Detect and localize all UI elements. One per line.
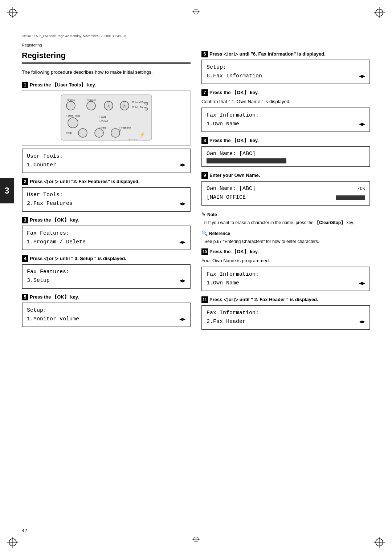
step-10-label: 10 Press the 【OK】 key.	[201, 248, 370, 255]
device-image: Option Cancel ◁ ▷ 🗒 Load Paper	[22, 90, 191, 146]
step-9: 9 Enter your Own Name. Own Name: [ABC] /…	[201, 172, 370, 206]
svg-text:Help: Help	[66, 131, 72, 134]
reference-text: See p.67 "Entering Characters" for how t…	[204, 239, 319, 244]
corner-mark-tr	[374, 7, 385, 18]
step-2: 2 Press ◁ or ▷ until "2. Fax Features" i…	[22, 178, 191, 212]
step-10-num: 10	[201, 248, 208, 255]
step-7-subtext: Confirm that " 1. Own Name " is displaye…	[201, 98, 370, 105]
chapter-number: 3	[4, 186, 9, 196]
step-9-label: 9 Enter your Own Name.	[201, 172, 370, 179]
lcd-step-8: Own Name: [ABC]	[201, 146, 370, 167]
note-header: ✎ Note	[201, 211, 370, 218]
step-11-label: 11 Press ◁ or ▷ until " 2. Fax Header " …	[201, 296, 370, 303]
step-7-text: Press the 【OK】 key.	[209, 89, 370, 96]
svg-text:○ Detail: ○ Detail	[99, 120, 108, 122]
step-4: 4 Press ◁ or ▷ until " 3. Setup " is dis…	[22, 255, 191, 289]
step-6-num: 6	[201, 51, 208, 57]
step-8: 8 Press the 【OK】 key. Own Name: [ABC]	[201, 137, 370, 167]
corner-mark-bl	[7, 537, 18, 548]
svg-point-18	[66, 101, 75, 110]
step-10-text: Press the 【OK】 key.	[209, 248, 370, 255]
svg-point-38	[111, 129, 120, 137]
lcd-arrow-icon: ◀▶	[179, 161, 185, 169]
step-5: 5 Press the 【OK】 key. Setup: 1.Monitor V…	[22, 294, 191, 327]
svg-point-25	[145, 102, 148, 105]
step-5-label: 5 Press the 【OK】 key.	[22, 294, 191, 300]
svg-text:ZFWS140E: ZFWS140E	[126, 138, 138, 141]
svg-text:○ Auto: ○ Auto	[99, 116, 106, 118]
step-1: 1 Press the 【User Tools】 key. Option Can…	[22, 82, 191, 173]
note-body: □ If you want to erase a character in th…	[201, 219, 370, 226]
corner-mark-br	[374, 537, 385, 548]
step-3-num: 3	[22, 217, 28, 223]
step-5-num: 5	[22, 294, 28, 300]
ref-search-icon: 🔍	[201, 230, 208, 237]
lcd-step-5: Setup: 1.Monitor Volume ◀▶	[22, 303, 191, 327]
lcd-arrow-7-icon: ◀▶	[359, 120, 365, 128]
step-9-text: Enter your Own Name.	[209, 172, 370, 179]
note-pencil-icon: ✎	[201, 211, 206, 218]
main-content: Registering The following procedure desc…	[22, 51, 370, 335]
svg-text:🗒 Add Toner: 🗒 Add Toner	[132, 106, 147, 109]
lcd-arrow-2-icon: ◀▶	[179, 200, 185, 208]
lcd-arrow-11-icon: ◀▶	[359, 318, 365, 326]
chapter-tab: 3	[0, 178, 14, 203]
page-number: 42	[22, 528, 27, 533]
step-1-label: 1 Press the 【User Tools】 key.	[22, 82, 191, 88]
reference-title: Reference	[209, 230, 230, 237]
lcd-step-3: Fax Features: 1.Program / Delete ◀▶	[22, 226, 191, 250]
reference-section: 🔍 Reference See p.67 "Entering Character…	[201, 230, 370, 245]
svg-text:▷: ▷	[123, 104, 126, 108]
page: 3 StellaF1EN-3_FM.book Page 42 Monday, N…	[0, 0, 392, 555]
note-checkbox-icon: □	[204, 220, 208, 225]
lcd-arrow-4-icon: ◀▶	[179, 277, 185, 285]
step-11: 11 Press ◁ or ▷ until " 2. Fax Header " …	[201, 296, 370, 330]
step-3-text: Press the 【OK】 key.	[30, 217, 191, 223]
svg-point-36	[78, 129, 87, 137]
step-11-text: Press ◁ or ▷ until " 2. Fax Header " is …	[209, 296, 370, 303]
device-svg: Option Cancel ◁ ▷ 🗒 Load Paper	[59, 93, 154, 142]
step-1-text: Press the 【User Tools】 key.	[30, 82, 191, 88]
step-4-num: 4	[22, 255, 28, 262]
lcd-arrow-3-icon: ◀▶	[179, 238, 185, 246]
step-7-label: 7 Press the 【OK】 key.	[201, 89, 370, 96]
step-11-num: 11	[201, 296, 208, 303]
svg-point-34	[68, 118, 78, 128]
intro-text: The following procedure describes how to…	[22, 69, 191, 76]
step-8-num: 8	[201, 137, 208, 144]
lcd-1-line2: 1.Counter ◀▶	[27, 161, 185, 170]
note-section: ✎ Note □ If you want to erase a characte…	[201, 211, 370, 226]
step-8-label: 8 Press the 【OK】 key.	[201, 137, 370, 144]
ref-body: See p.67 "Entering Characters" for how t…	[201, 238, 370, 245]
lcd-step-9: Own Name: [ABC] /OK [MAIN OFFICE	[201, 181, 370, 206]
svg-text:○ User Tools: ○ User Tools	[66, 114, 80, 117]
step-6-label: 6 Press ◁ or ▷ until "6. Fax Information…	[201, 51, 370, 57]
lcd-step-2: User Tools: 2.Fax Features ◀▶	[22, 187, 191, 212]
step-10-subtext: Your Own Name is programmed.	[201, 257, 370, 264]
step-3-label: 3 Press the 【OK】 key.	[22, 217, 191, 223]
svg-point-19	[87, 101, 95, 110]
svg-point-27	[145, 108, 148, 110]
corner-mark-tl	[7, 7, 18, 18]
step-7: 7 Press the 【OK】 key. Confirm that " 1. …	[201, 89, 370, 132]
lcd-step-1: User Tools: 1.Counter ◀▶	[22, 149, 191, 173]
step-2-text: Press ◁ or ▷ until "2. Fax Features" is …	[30, 178, 191, 185]
svg-text:◁: ◁	[107, 104, 110, 108]
step-7-num: 7	[201, 89, 208, 96]
lcd-1-line1: User Tools:	[27, 152, 185, 161]
svg-point-37	[95, 129, 103, 137]
ref-header: 🔍 Reference	[201, 230, 370, 237]
breadcrumb: Registering	[22, 41, 370, 47]
file-info: StellaF1EN-3_FM.book Page 42 Monday, Nov…	[22, 34, 370, 38]
lcd-arrow-5-icon: ◀▶	[179, 315, 185, 323]
lcd-step-11: Fax Information: 2.Fax Header ◀▶	[201, 305, 370, 330]
lcd-step-7: Fax Information: 1.Own Name ◀▶	[201, 108, 370, 132]
svg-text:○ Halftone: ○ Halftone	[119, 126, 131, 129]
step-3: 3 Press the 【OK】 key. Fax Features: 1.Pr…	[22, 217, 191, 250]
step-4-label: 4 Press ◁ or ▷ until " 3. Setup " is dis…	[22, 255, 191, 262]
note-title: Note	[207, 211, 217, 218]
lcd-step-6: Setup: 6.Fax Information ◀▶	[201, 60, 370, 84]
lcd-step-10: Fax Information: 1.Own Name ◀▶	[201, 267, 370, 291]
step-6: 6 Press ◁ or ▷ until "6. Fax Information…	[201, 51, 370, 84]
step-4-text: Press ◁ or ▷ until " 3. Setup " is displ…	[30, 255, 191, 262]
